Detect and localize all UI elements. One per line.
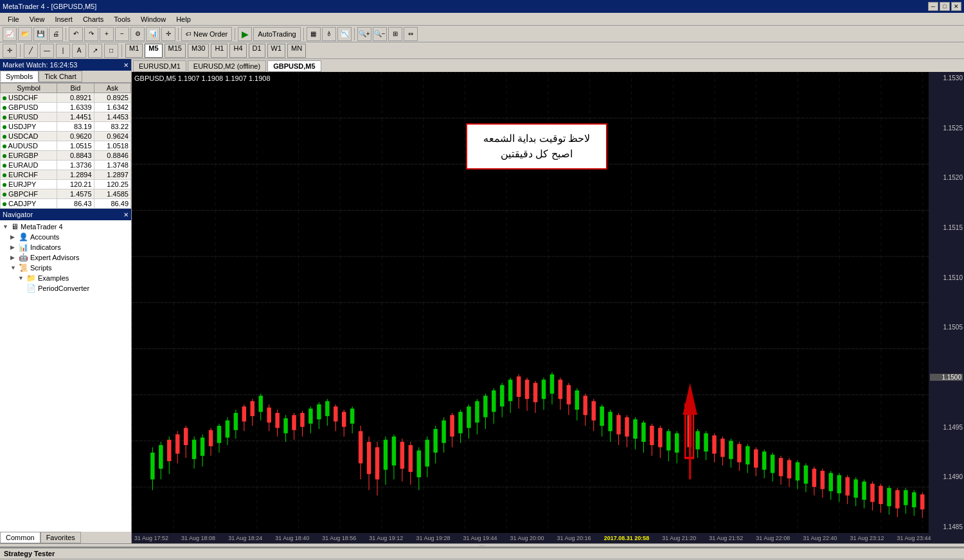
mw-tab-tickchart[interactable]: Tick Chart: [39, 71, 82, 82]
menu-insert[interactable]: Insert: [49, 14, 78, 24]
maximize-btn[interactable]: □: [940, 2, 950, 11]
grid-btn[interactable]: ⊞: [388, 27, 402, 41]
new-chart-btn[interactable]: 📈: [3, 27, 17, 41]
nav-item-examples[interactable]: ▼ 📁 Examples: [1, 273, 130, 283]
mw-ask: 1.6342: [94, 103, 130, 112]
menu-file[interactable]: File: [3, 14, 24, 24]
mw-ask: 0.8925: [94, 93, 130, 103]
svg-rect-145: [704, 433, 708, 451]
period-mn[interactable]: MN: [287, 44, 306, 58]
close-btn[interactable]: ✕: [951, 2, 961, 11]
svg-rect-138: [675, 433, 679, 453]
nav-tab-favorites[interactable]: Favorites: [40, 532, 81, 543]
nav-item-scripts[interactable]: ▼ 📜 Scripts: [1, 263, 130, 273]
minimize-btn[interactable]: ─: [928, 2, 938, 11]
period-d1[interactable]: D1: [249, 44, 265, 58]
zoomin2-btn[interactable]: 🔍+: [357, 27, 371, 41]
svg-rect-112: [567, 385, 571, 405]
expand-icon-mt4: ▼: [3, 223, 9, 230]
draw-arrow-btn[interactable]: ↗: [88, 44, 102, 58]
menu-view[interactable]: View: [24, 14, 50, 24]
market-watch-row[interactable]: EURCHF1.28941.2897: [1, 170, 131, 180]
nav-item-ea[interactable]: ▶ 🤖 Expert Advisors: [1, 252, 130, 263]
market-watch-row[interactable]: AUDUSD1.05151.0518: [1, 141, 131, 151]
menu-help[interactable]: Help: [171, 14, 196, 24]
chart-canvas[interactable]: GBPUSD,M5 1.1907 1.1908 1.1907 1.1908: [132, 72, 964, 543]
market-watch-row[interactable]: GBPCHF1.45751.4585: [1, 189, 131, 199]
svg-rect-161: [771, 455, 774, 473]
new-order-btn[interactable]: 🏷 New Order: [181, 27, 232, 41]
market-watch-row[interactable]: USDCHF0.89210.8925: [1, 93, 131, 103]
zoomout-btn[interactable]: −: [115, 27, 129, 41]
x-label-12: 31 Aug 21:20: [662, 535, 696, 541]
period-m30[interactable]: M30: [188, 44, 209, 58]
props-btn[interactable]: ⚙: [130, 27, 145, 41]
mw-ask: 1.2897: [94, 170, 130, 180]
chart-candle-btn[interactable]: 🕯: [322, 27, 336, 41]
nav-label-pc: PeriodConverter: [38, 284, 89, 292]
mw-symbol: EURAUD: [1, 161, 57, 170]
market-watch-row[interactable]: USDCAD0.96200.9624: [1, 132, 131, 141]
menu-window[interactable]: Window: [136, 14, 171, 24]
crosshair2-btn[interactable]: ✛: [3, 44, 17, 58]
market-watch-row[interactable]: EURUSD1.44511.4453: [1, 112, 131, 122]
draw-text-btn[interactable]: A: [72, 44, 86, 58]
sep1: [66, 28, 66, 40]
chart-area: EURUSD,M1 EURUSD,M2 (offline) GBPUSD,M5 …: [132, 59, 964, 543]
nav-item-mt4[interactable]: ▼ 🖥 MetaTrader 4: [1, 222, 130, 232]
zoomout2-btn[interactable]: 🔍−: [373, 27, 387, 41]
svg-rect-98: [508, 380, 512, 401]
mw-tab-symbols[interactable]: Symbols: [0, 71, 39, 82]
zoomin-btn[interactable]: +: [100, 27, 114, 41]
market-watch-row[interactable]: GBPUSD1.63391.6342: [1, 103, 131, 112]
indicator-btn[interactable]: 📊: [146, 27, 160, 41]
save-btn[interactable]: 💾: [33, 27, 48, 41]
navigator-close[interactable]: ✕: [123, 211, 129, 218]
svg-rect-68: [384, 440, 388, 470]
period-h1[interactable]: H1: [211, 44, 228, 58]
nav-item-accounts[interactable]: ▶ 👤 Accounts: [1, 232, 130, 242]
print-btn[interactable]: 🖨: [49, 27, 63, 41]
nav-item-indicators[interactable]: ▶ 📊 Indicators: [1, 242, 130, 252]
open-btn[interactable]: 📂: [18, 27, 32, 41]
undo-btn[interactable]: ↶: [69, 27, 83, 41]
market-watch-row[interactable]: EURGBP0.88430.8846: [1, 151, 131, 161]
market-watch-row[interactable]: USDJPY83.1983.22: [1, 122, 131, 132]
svg-rect-189: [887, 488, 891, 506]
period-h4[interactable]: H4: [229, 44, 246, 58]
period-m15[interactable]: M15: [165, 44, 186, 58]
menu-tools[interactable]: Tools: [109, 14, 136, 24]
autotrading-btn[interactable]: AutoTrading: [253, 27, 301, 41]
draw-rect-btn[interactable]: □: [104, 44, 118, 58]
menu-charts[interactable]: Charts: [78, 14, 109, 24]
mw-symbol: USDCAD: [1, 132, 57, 141]
draw-hline-btn[interactable]: —: [40, 44, 54, 58]
scroll-btn[interactable]: ⇔: [404, 27, 418, 41]
period-m1[interactable]: M1: [125, 44, 143, 58]
nav-item-periodconverter[interactable]: 📄 PeriodConverter: [1, 283, 130, 293]
market-watch-row[interactable]: EURAUD1.37361.3748: [1, 161, 131, 170]
market-watch-row[interactable]: CADJPY86.4386.49: [1, 199, 131, 209]
svg-rect-102: [525, 380, 529, 399]
svg-rect-143: [695, 431, 699, 449]
draw-vline-btn[interactable]: |: [56, 44, 70, 58]
navigator-header: Navigator ✕: [0, 209, 131, 220]
crosshair-btn[interactable]: ✛: [161, 27, 175, 41]
chart-tab-eurusd-m2[interactable]: EURUSD,M2 (offline): [188, 60, 266, 72]
y-label-6: 1.1505: [930, 324, 963, 331]
svg-rect-54: [325, 401, 329, 416]
chart-tabs: EURUSD,M1 EURUSD,M2 (offline) GBPUSD,M5: [132, 59, 964, 72]
market-watch-close[interactable]: ✕: [123, 62, 129, 69]
y-label-5: 1.1510: [930, 274, 963, 281]
chart-line-btn[interactable]: 📉: [337, 27, 352, 41]
svg-rect-118: [591, 401, 595, 421]
nav-tab-common[interactable]: Common: [0, 532, 40, 543]
draw-line-btn[interactable]: ╱: [24, 44, 38, 58]
chart-tab-gbpusd-m5[interactable]: GBPUSD,M5: [267, 60, 321, 72]
market-watch-row[interactable]: EURJPY120.21120.25: [1, 180, 131, 189]
chart-tab-eurusd-m1[interactable]: EURUSD,M1: [133, 60, 186, 72]
chart-bar-btn[interactable]: ▦: [307, 27, 321, 41]
redo-btn[interactable]: ↷: [84, 27, 98, 41]
period-w1[interactable]: W1: [267, 44, 286, 58]
period-m5[interactable]: M5: [145, 44, 162, 58]
